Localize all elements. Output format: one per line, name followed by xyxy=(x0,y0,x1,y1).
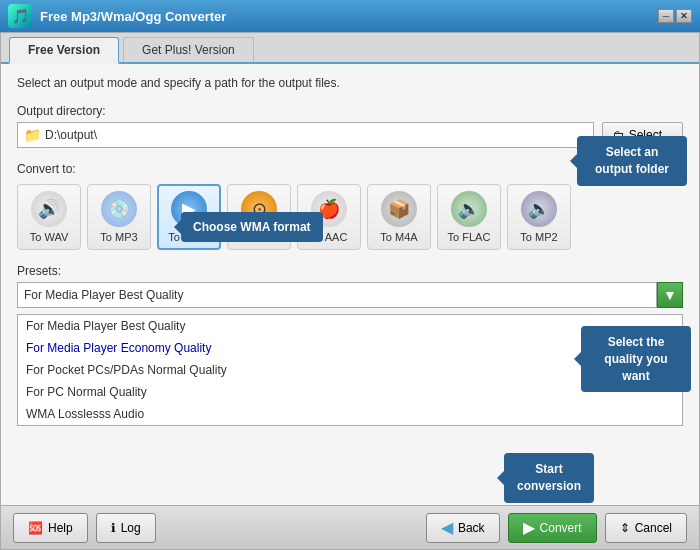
convert-btn[interactable]: ▶ Convert xyxy=(508,513,597,543)
title-controls: ─ ✕ xyxy=(658,9,692,23)
cancel-icon: ⇕ xyxy=(620,521,630,535)
presets-label: Presets: xyxy=(17,264,683,278)
app-icon: 🎵 xyxy=(8,4,32,28)
mp2-icon: 🔈 xyxy=(521,191,557,227)
tab-plus-version[interactable]: Get Plus! Version xyxy=(123,37,254,62)
format-wav[interactable]: 🔊 To WAV xyxy=(17,184,81,250)
cancel-btn[interactable]: ⇕ Cancel xyxy=(605,513,687,543)
wav-icon: 🔊 xyxy=(31,191,67,227)
presets-row: For Media Player Best Quality ▼ xyxy=(17,282,683,308)
callout-wma: Choose WMA format xyxy=(181,212,323,242)
tab-free-version[interactable]: Free Version xyxy=(9,37,119,64)
mp3-icon: 💿 xyxy=(101,191,137,227)
bottom-bar: 🆘 Help ℹ Log ◀ Back ▶ Convert ⇕ Cancel xyxy=(1,505,699,549)
format-m4a[interactable]: 📦 To M4A xyxy=(367,184,431,250)
preset-item-4[interactable]: WMA Losslesss Audio xyxy=(18,403,682,425)
back-btn[interactable]: ◀ Back xyxy=(426,513,500,543)
callout-output-folder: Select an output folder xyxy=(577,136,687,186)
format-buttons: 🔊 To WAV 💿 To MP3 ▶ To WMA ⊙ To OGG 🍎 To… xyxy=(17,184,683,250)
content-area: Select an output mode and specify a path… xyxy=(1,64,699,505)
subtitle-text: Select an output mode and specify a path… xyxy=(17,76,683,90)
output-dir-value: D:\output\ xyxy=(45,128,97,142)
tabs-bar: Free Version Get Plus! Version xyxy=(1,33,699,64)
log-btn[interactable]: ℹ Log xyxy=(96,513,156,543)
format-mp2[interactable]: 🔈 To MP2 xyxy=(507,184,571,250)
format-flac[interactable]: 🔉 To FLAC xyxy=(437,184,501,250)
convert-icon: ▶ xyxy=(523,518,535,537)
m4a-icon: 📦 xyxy=(381,191,417,227)
close-btn[interactable]: ✕ xyxy=(676,9,692,23)
info-icon: ℹ xyxy=(111,521,116,535)
callout-quality: Select thequality you want xyxy=(581,326,691,392)
minimize-btn[interactable]: ─ xyxy=(658,9,674,23)
folder-icon: 📁 xyxy=(24,127,41,143)
help-icon: 🆘 xyxy=(28,521,43,535)
help-btn[interactable]: 🆘 Help xyxy=(13,513,88,543)
app-title: Free Mp3/Wma/Ogg Converter xyxy=(40,9,658,24)
back-icon: ◀ xyxy=(441,518,453,537)
output-dir-input[interactable]: 📁 D:\output\ xyxy=(17,122,594,148)
preset-dropdown-btn[interactable]: ▼ xyxy=(657,282,683,308)
callout-start-conversion: Startconversion xyxy=(504,453,594,503)
title-bar: 🎵 Free Mp3/Wma/Ogg Converter ─ ✕ xyxy=(0,0,700,32)
output-dir-label: Output directory: xyxy=(17,104,683,118)
preset-input[interactable]: For Media Player Best Quality xyxy=(17,282,657,308)
format-mp3[interactable]: 💿 To MP3 xyxy=(87,184,151,250)
main-window: Free Version Get Plus! Version Select an… xyxy=(0,32,700,550)
flac-icon: 🔉 xyxy=(451,191,487,227)
